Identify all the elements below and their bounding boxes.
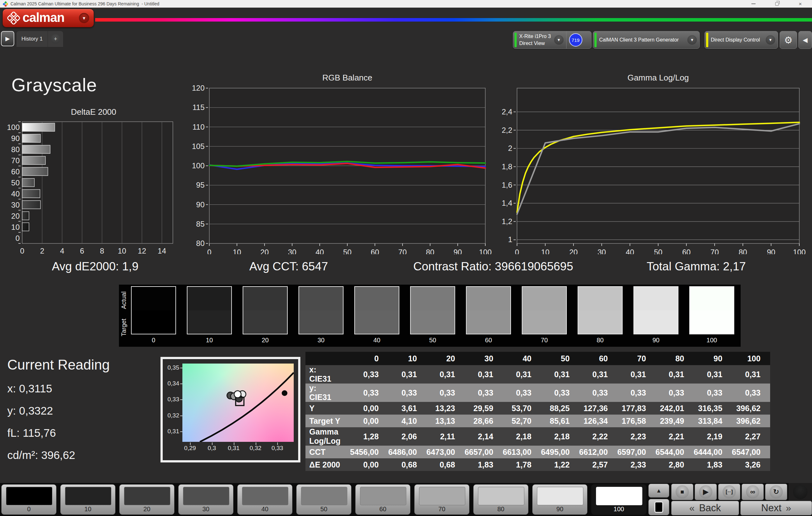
settings-button[interactable]: ⚙ <box>780 31 797 49</box>
window-title: Calman 2025 Calman Ultimate for Business… <box>10 1 159 6</box>
level-button-60[interactable]: 60 <box>355 484 410 515</box>
calman-menu-button[interactable]: calman ▼ <box>3 9 94 27</box>
display-dropdown[interactable]: Direct Display Control ▼ <box>704 31 778 49</box>
swatch-actual <box>187 287 231 310</box>
table-cell: 0,31 <box>656 365 694 384</box>
calman-menu-dropdown[interactable]: ▼ <box>79 13 89 23</box>
pattern-up-button[interactable]: ▲ <box>648 484 669 497</box>
level-label: 0 <box>2 506 56 513</box>
source-dropdown[interactable]: CalMAN Client 3 Pattern Generator ▼ <box>593 31 700 49</box>
swatch-actual <box>243 287 287 310</box>
svg-text:10: 10 <box>233 248 241 254</box>
table-cell: 0,00 <box>350 458 388 471</box>
level-button-0[interactable]: 0 <box>1 484 56 515</box>
source-status-bar <box>594 33 597 47</box>
svg-text:1: 1 <box>508 235 512 244</box>
table-cell: 6613,00 <box>503 446 541 458</box>
svg-text:2,4: 2,4 <box>502 108 512 116</box>
level-button-80[interactable]: 80 <box>473 484 528 515</box>
svg-text:2,2: 2,2 <box>502 126 512 134</box>
table-cell: 0,33 <box>579 384 617 402</box>
table-cell: 6444,00 <box>694 446 732 458</box>
add-tab-button[interactable]: + <box>48 31 63 47</box>
level-swatch <box>124 487 170 505</box>
level-button-70[interactable]: 70 <box>414 484 469 515</box>
table-cell: 176,58 <box>617 415 655 427</box>
level-button-20[interactable]: 20 <box>119 484 174 515</box>
level-swatch <box>596 487 642 505</box>
swatch-label: 80 <box>578 335 622 344</box>
back-button[interactable]: « Back <box>671 501 739 515</box>
svg-text:90: 90 <box>454 248 462 254</box>
swatch-actual <box>467 287 510 310</box>
layout-nav-button[interactable]: ▶ <box>1 31 14 46</box>
svg-text:50: 50 <box>343 248 352 254</box>
meter-status-badge[interactable]: 719 <box>569 33 582 47</box>
level-button-30[interactable]: 30 <box>178 484 233 515</box>
display-label: Direct Display Control <box>711 36 760 43</box>
stop-button[interactable]: ■ <box>671 484 693 500</box>
minimize-button[interactable] <box>742 0 765 8</box>
svg-text:80: 80 <box>196 239 205 247</box>
tab-history-1[interactable]: History 1 <box>17 31 48 47</box>
play-button[interactable]: ▶ <box>695 484 717 500</box>
back-label: Back <box>699 503 721 514</box>
table-cell: 2,27 <box>732 427 770 446</box>
swatch-label: 50 <box>410 335 455 344</box>
meter-dropdown[interactable]: X-Rite i1Pro 3 Direct View ▼ 719 <box>513 31 591 49</box>
svg-text:2: 2 <box>508 144 512 152</box>
swatch-actual <box>411 287 455 310</box>
grayscale-swatch-strip: Actual Target 0102030405060708090100 <box>119 284 741 347</box>
swatch-label: 40 <box>354 335 399 344</box>
svg-text:90: 90 <box>767 248 776 254</box>
next-button[interactable]: Next » <box>740 501 812 515</box>
interval-button[interactable]: [··] <box>718 484 740 500</box>
swatch-target <box>299 310 343 334</box>
table-column-header: 20 <box>426 352 464 365</box>
level-button-100[interactable]: 100 <box>591 484 646 515</box>
svg-text:30: 30 <box>598 248 606 254</box>
table-column-header: 50 <box>541 352 579 365</box>
swatch-label: 100 <box>689 335 734 344</box>
level-button-40[interactable]: 40 <box>237 484 292 515</box>
status-indicator-dot <box>793 485 808 499</box>
svg-text:14: 14 <box>157 247 166 254</box>
refresh-button[interactable]: ↻ <box>765 484 787 500</box>
swatch-level-0 <box>131 286 176 334</box>
close-button[interactable]: × <box>788 0 812 8</box>
table-column-header: 40 <box>503 352 541 365</box>
divider <box>566 31 567 49</box>
next-label: Next <box>761 503 782 514</box>
svg-text:50: 50 <box>11 178 20 187</box>
loop-button[interactable]: ∞ <box>742 484 764 500</box>
swatch-label: 60 <box>466 335 511 344</box>
restore-button[interactable] <box>765 0 788 8</box>
level-button-10[interactable]: 10 <box>60 484 115 515</box>
table-cell: 6547,00 <box>732 446 770 458</box>
pattern-window-button[interactable] <box>648 499 669 515</box>
grayscale-data-table: 0102030405060708090100x: CIE310,330,310,… <box>306 352 770 471</box>
table-cell: 0,33 <box>617 384 655 402</box>
table-row: Gamma Log/Log1,282,062,112,142,182,182,2… <box>306 427 770 446</box>
level-button-90[interactable]: 90 <box>532 484 587 515</box>
table-row-label: x: CIE31 <box>306 365 350 384</box>
table-cell: 0,31 <box>579 365 617 384</box>
level-swatch <box>183 487 229 505</box>
table-cell: 242,01 <box>656 402 694 415</box>
table-cell: 6495,00 <box>541 446 579 458</box>
level-button-50[interactable]: 50 <box>296 484 351 515</box>
table-cell: 0,33 <box>541 384 579 402</box>
level-label: 40 <box>238 506 292 513</box>
table-row: CCT5456,006486,006473,006657,006613,0064… <box>306 446 770 458</box>
level-swatch <box>419 487 465 505</box>
table-column-header: 90 <box>694 352 732 365</box>
target-axis-label: Target <box>120 314 128 341</box>
level-swatch <box>301 487 347 505</box>
collapse-panel-button[interactable]: ◀ <box>799 31 812 49</box>
table-cell: 177,83 <box>617 402 655 415</box>
swatch-level-50 <box>410 286 455 334</box>
table-column-header: 80 <box>656 352 694 365</box>
svg-text:80: 80 <box>426 248 435 254</box>
table-cell: 53,70 <box>503 402 541 415</box>
level-label: 10 <box>61 506 115 513</box>
